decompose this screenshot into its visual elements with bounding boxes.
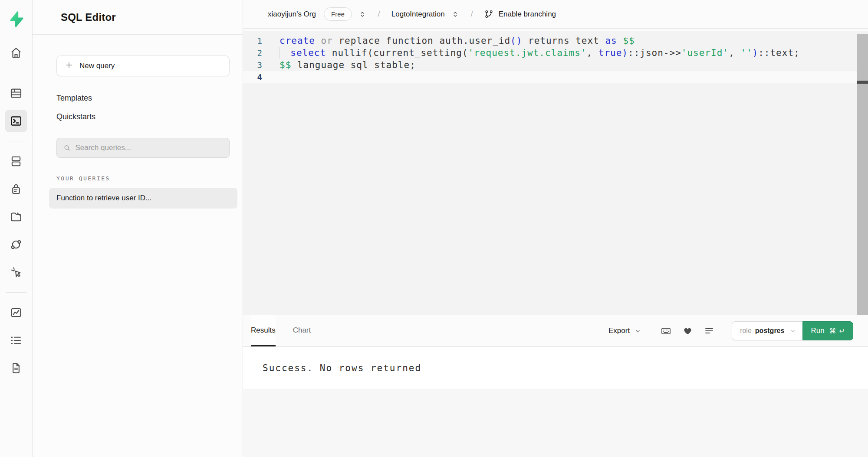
breadcrumb-org[interactable]: xiaoyijun's Org [268,10,316,19]
favorite-button[interactable] [683,326,693,336]
supabase-logo-icon [7,10,25,28]
page-title: SQL Editor [61,11,116,23]
export-label: Export [608,326,630,335]
search-queries-box[interactable] [56,138,230,158]
rail-divider [6,292,26,293]
sidebar-item-templates[interactable]: Templates [56,94,230,103]
cmd-key-icon: ⌘ [829,327,836,335]
rail-divider [6,141,26,141]
rail-divider [6,73,26,73]
database-icon [10,155,23,168]
keyboard-shortcuts-button[interactable] [661,326,671,336]
line-number: 3 [243,59,279,71]
reports-chart-icon [10,306,23,319]
edge-functions-icon [10,238,23,251]
app-window: SQL Editor New query Templates Quickstar… [0,0,868,457]
role-label: role [740,327,752,335]
your-queries-section-label: YOUR QUERIES [56,175,230,182]
line-number: 2 [243,47,279,59]
run-label: Run [811,326,824,335]
sidebar-item-database[interactable] [5,150,27,173]
api-docs-file-icon [10,362,23,375]
chevron-down-icon [634,327,641,335]
editor-scrollbar[interactable] [857,34,868,315]
git-branch-icon [484,10,493,19]
org-selector-button[interactable] [358,10,367,19]
logs-list-icon [10,334,23,347]
sidebar-item-quickstarts[interactable]: Quickstarts [56,112,230,121]
role-select[interactable]: role postgres [732,321,802,340]
storage-folder-icon [10,210,23,223]
code-line[interactable]: 1create or replace function auth.user_id… [243,35,868,47]
search-queries-input[interactable] [75,144,223,152]
tab-chart[interactable]: Chart [293,315,311,346]
table-editor-icon [10,87,23,100]
run-button[interactable]: Run ⌘ ↵ [802,321,853,340]
sidebar-item-storage[interactable] [5,206,27,228]
align-left-lines-icon [704,326,714,336]
code-lines: 1create or replace function auth.user_id… [243,35,868,83]
results-toolbar: ResultsChart Export [243,315,868,347]
enter-key-icon: ↵ [839,327,845,335]
sidebar-item-edge-functions[interactable] [5,233,27,256]
project-selector-button[interactable] [451,10,460,19]
results-footer [243,389,868,457]
sidebar-item-authentication[interactable] [5,178,27,200]
sidebar-item-sql-editor[interactable] [5,110,27,132]
results-message: Success. No rows returned [263,363,421,373]
code-line[interactable]: 4 [243,71,868,83]
nav-rail [0,0,33,457]
code-line[interactable]: 3$$ language sql stable; [243,59,868,71]
home-icon [10,46,23,59]
realtime-cursor-icon [10,266,23,279]
supabase-logo[interactable] [5,8,27,30]
sidebar-item-api-docs[interactable] [5,357,27,379]
breadcrumb-separator: / [378,10,380,19]
code-line[interactable]: 2select nullif(current_setting('request.… [243,47,868,59]
sidebar-item-logs[interactable] [5,329,27,352]
sidebar-item-realtime[interactable] [5,261,27,284]
plus-icon [65,61,73,72]
search-icon [63,144,71,152]
sidebar-header: SQL Editor [33,0,243,35]
sidebar-item-table-editor[interactable] [5,82,27,104]
scrollbar-cursor-mark [857,81,868,84]
sql-editor-icon [10,114,23,127]
auth-lock-icon [10,183,23,196]
results-output: Success. No rows returned [243,347,868,389]
run-control-group: role postgres Run ⌘ ↵ [732,321,853,340]
chevrons-up-down-icon [358,10,367,19]
breadcrumb-separator: / [471,10,473,19]
panel-tabs: ResultsChart [251,315,328,346]
enable-branching-label: Enable branching [499,10,556,19]
tab-results[interactable]: Results [251,315,276,346]
query-list-item-selected[interactable]: Function to retrieve user ID... [49,188,237,209]
new-query-label: New query [79,62,115,70]
line-number: 1 [243,35,279,47]
sql-editor-sidebar: SQL Editor New query Templates Quickstar… [33,0,243,457]
breadcrumb: xiaoyijun's Org Free / LogtoIntegration … [243,0,868,29]
sidebar-item-reports[interactable] [5,301,27,324]
keyboard-icon [661,326,671,336]
line-number: 4 [243,71,279,83]
sql-code-editor[interactable]: 1create or replace function auth.user_id… [243,29,868,315]
sidebar-item-home[interactable] [5,42,27,64]
chevron-down-icon [789,327,796,334]
run-shortcut: ⌘ ↵ [829,327,845,335]
heart-icon [683,326,693,336]
format-sql-button[interactable] [704,326,714,336]
new-query-button[interactable]: New query [56,55,230,76]
chevrons-up-down-icon [451,10,460,19]
enable-branching-button[interactable]: Enable branching [484,10,556,19]
export-button[interactable]: Export [608,326,641,335]
role-value: postgres [755,327,785,335]
plan-badge[interactable]: Free [324,7,352,21]
main-content: xiaoyijun's Org Free / LogtoIntegration … [243,0,868,457]
breadcrumb-project[interactable]: LogtoIntegration [391,10,445,19]
